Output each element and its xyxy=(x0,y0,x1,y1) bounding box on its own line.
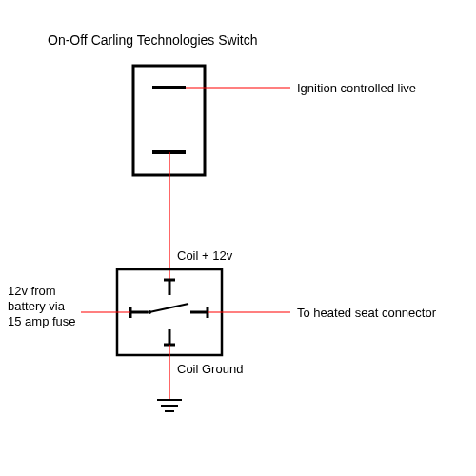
diagram-svg xyxy=(0,0,476,476)
diagram-title: On-Off Carling Technologies Switch xyxy=(48,32,257,48)
label-ignition: Ignition controlled live xyxy=(297,81,416,95)
label-battery-in-l1: 12v from xyxy=(8,284,76,299)
label-battery-in-l2: battery via xyxy=(8,299,76,314)
label-coil-ground: Coil Ground xyxy=(177,362,243,376)
label-battery-in-l3: 15 amp fuse xyxy=(8,314,76,329)
label-out: To heated seat connector xyxy=(297,306,436,320)
ground-icon xyxy=(157,400,182,411)
wiring-diagram: On-Off Carling Technologies Switch Ignit… xyxy=(0,0,476,476)
relay-contact-arm xyxy=(149,304,188,312)
label-battery-in: 12v from battery via 15 amp fuse xyxy=(8,284,76,329)
label-coil-plus: Coil + 12v xyxy=(177,248,232,263)
